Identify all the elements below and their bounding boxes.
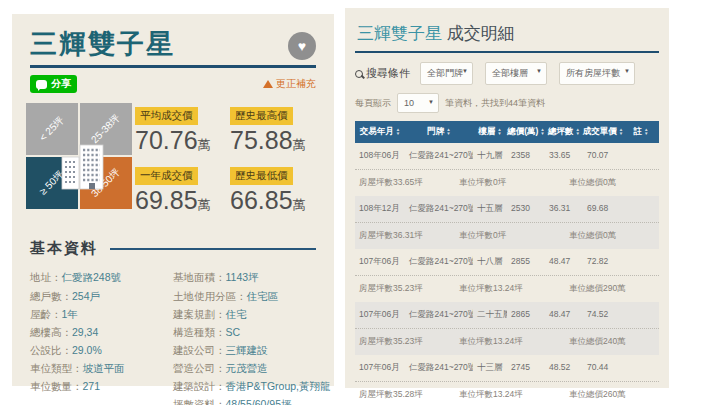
house-size-text: 房屋坪數33.65坪 [355,177,455,189]
transaction-group: 107年06月 仁愛路241~270號 二十五層 2865 48.47 74.5… [355,302,659,355]
transactions-title: 三輝雙子星 成交明細 [357,22,659,45]
house-size-text: 房屋坪數36.31坪 [355,230,455,242]
table-header-cell[interactable]: 註 [623,126,659,138]
info-row: 基地面積：1143坪 [173,268,316,286]
transaction-row[interactable]: 107年06月 仁愛路241~270號 十三層 2745 48.52 70.44 [355,355,659,382]
sort-icon[interactable] [396,128,400,136]
cell-total-price: 2745 [507,362,545,374]
table-header-row: 交易年月 門牌 樓層 總價(萬) 總坪數 成交單價 [355,121,659,143]
cell-total-size: 36.31 [545,203,583,215]
filter-dropdowns: 全部門牌 全部樓層 所有房屋坪數 [420,62,635,85]
house-size-text: 房屋坪數35.28坪 [355,389,455,401]
sort-icon[interactable] [644,128,648,136]
info-row: 建築設計：香港P&TGroup,黃翔龍 [173,377,316,395]
transaction-row[interactable]: 108年06月 仁愛路241~270號 十九層 2358 33.65 70.07 [355,143,659,170]
cell-note [623,362,659,374]
cell-address: 仁愛路241~270號 [405,309,473,321]
transaction-subrow: 房屋坪數35.28坪 車位坪數13.24坪 車位總價260萬 [355,382,659,405]
info-row: 地址：仁愛路248號 [30,268,173,286]
cell-floor: 十三層 [473,362,507,374]
stat-label-badge: 一年成交價 [135,167,198,185]
stat-label-badge: 歷史最低價 [230,167,293,185]
parking-size-text: 車位坪數13.24坪 [455,336,565,348]
table-header-cell[interactable]: 總價(萬) [507,126,545,138]
basic-info-right-column: 基地面積：1143坪 土地使用分區：住宅區 建案規劃：住宅 構造種類：SC 建設… [173,268,316,405]
cell-total-price: 2865 [507,309,545,321]
parking-size-text: 車位坪數0坪 [455,177,565,189]
sort-icon[interactable] [497,128,501,136]
filter-dropdown[interactable]: 全部樓層 [485,62,547,85]
cell-total-size: 48.52 [545,362,583,374]
cell-address: 仁愛路241~270號 [405,203,473,215]
stat-label-badge: 歷史最高價 [230,107,293,125]
cell-total-price: 2530 [507,203,545,215]
parking-size-text: 車位坪數0坪 [455,230,565,242]
correction-link[interactable]: 更正補充 [263,77,316,91]
basic-info-left-column: 地址：仁愛路248號 總戶數：254戶 屋齡：1年 總樓高：29,34 公設比：… [30,268,173,405]
cell-unit-price: 70.44 [583,362,623,374]
info-row: 土地使用分區：住宅區 [173,287,316,305]
transaction-row[interactable]: 107年06月 仁愛路241~270號 二十五層 2865 48.47 74.5… [355,302,659,329]
stat-label-badge: 平均成交價 [135,107,198,125]
cell-date: 107年06月 [355,256,405,268]
property-summary-panel: 三輝雙子星 分享 更正補充 < 25坪 25-38坪 ≥ 50坪 38-50坪 [12,14,334,386]
sort-icon[interactable] [576,128,580,136]
transaction-group: 108年06月 仁愛路241~270號 十九層 2358 33.65 70.07… [355,143,659,196]
transactions-panel: 三輝雙子星 成交明細 搜尋條件 全部門牌 全部樓層 所有房屋坪數 每頁顯示 10… [345,8,669,388]
parking-price-text: 車位總價260萬 [565,389,659,401]
transaction-row[interactable]: 107年06月 仁愛路241~270號 十八層 2855 48.47 72.82 [355,249,659,276]
cell-total-size: 33.65 [545,150,583,162]
building-icon [58,135,112,193]
search-conditions-label: 搜尋條件 [355,66,410,81]
table-header-cell[interactable]: 成交單價 [583,126,623,138]
price-stats: 平均成交價 70.76萬 歷史最高價 75.88萬 一年成交價 69.85萬 歷… [135,105,312,213]
filter-dropdown[interactable]: 所有房屋坪數 [559,62,635,85]
share-label: 分享 [51,77,71,91]
cell-address: 仁愛路241~270號 [405,362,473,374]
table-header-cell[interactable]: 樓層 [473,126,507,138]
info-row: 總樓高：29,34 [30,323,173,341]
per-page-label: 每頁顯示 [355,97,391,110]
parking-price-text: 車位總價290萬 [565,283,659,295]
cell-total-size: 48.47 [545,256,583,268]
info-row: 車位類型：坡道平面 [30,359,173,377]
favorite-heart-icon[interactable] [288,32,316,60]
table-header-cell[interactable]: 門牌 [405,126,473,138]
info-row: 建案規劃：住宅 [173,305,316,323]
info-row: 坪數資料：48/55/60/95坪 [173,395,316,405]
title-divider [30,65,316,68]
table-header-cell[interactable]: 交易年月 [355,126,405,138]
info-row: 營造公司：元茂營造 [173,359,316,377]
transaction-row[interactable]: 108年12月 仁愛路241~270號 十五層 2530 36.31 69.68 [355,196,659,223]
warning-triangle-icon [263,80,273,88]
transaction-subrow: 房屋坪數35.23坪 車位坪數13.24坪 車位總價240萬 [355,329,659,355]
filter-dropdown[interactable]: 全部門牌 [420,62,473,85]
info-row: 總戶數：254戶 [30,287,173,305]
cell-floor: 二十五層 [473,309,507,321]
cell-date: 108年06月 [355,150,405,162]
cell-note [623,309,659,321]
cell-total-price: 2358 [507,150,545,162]
parking-size-text: 車位坪數13.24坪 [455,283,565,295]
sort-icon[interactable] [446,128,450,136]
correction-label: 更正補充 [276,77,316,91]
table-body: 108年06月 仁愛路241~270號 十九層 2358 33.65 70.07… [355,143,659,405]
price-stat: 歷史最低價 66.85萬 [230,165,312,213]
transaction-subrow: 房屋坪數35.23坪 車位坪數13.24坪 車位總價290萬 [355,276,659,302]
price-stat: 平均成交價 70.76萬 [135,105,217,153]
cell-total-size: 48.47 [545,309,583,321]
transaction-subrow: 房屋坪數33.65坪 車位坪數0坪 車位總價0萬 [355,170,659,196]
cell-unit-price: 69.68 [583,203,623,215]
transaction-group: 107年06月 仁愛路241~270號 十八層 2855 48.47 72.82… [355,249,659,302]
cell-unit-price: 74.52 [583,309,623,321]
table-header-cell[interactable]: 總坪數 [545,126,583,138]
cell-date: 108年12月 [355,203,405,215]
parking-price-text: 車位總價240萬 [565,336,659,348]
basic-info-heading: 基本資料 [30,239,98,258]
cell-address: 仁愛路241~270號 [405,256,473,268]
line-share-button[interactable]: 分享 [30,75,77,93]
stat-value: 69.85萬 [135,188,217,213]
basic-info-divider [110,248,316,250]
per-page-select[interactable]: 10 [397,93,439,113]
cell-floor: 十九層 [473,150,507,162]
